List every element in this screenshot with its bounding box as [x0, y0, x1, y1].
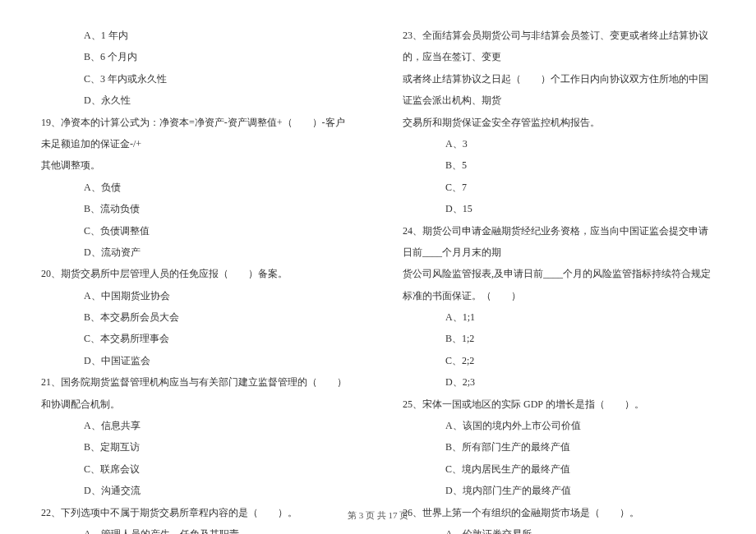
question-23-cont2: 交易所和期货保证金安全存管监控机构报告。 — [403, 112, 715, 133]
option-18c: C、3 年内或永久性 — [41, 68, 353, 90]
option-23a: A、3 — [403, 133, 715, 154]
option-20b: B、本交易所会员大会 — [41, 306, 353, 328]
option-25d: D、境内部门生产的最终产值 — [403, 480, 715, 501]
option-24d: D、2;3 — [403, 371, 715, 393]
page-content: A、1 年内 B、6 个月内 C、3 年内或永久性 D、永久性 19、净资本的计… — [41, 25, 715, 476]
option-24b: B、1;2 — [403, 328, 715, 349]
page-footer: 第 3 页 共 17 页 — [0, 509, 756, 522]
question-19: 19、净资本的计算公式为：净资本=净资产-资产调整值+（ ）-客户未足额追加的保… — [41, 112, 353, 155]
question-19-cont: 其他调整项。 — [41, 154, 353, 176]
option-21b: B、定期互访 — [41, 436, 353, 458]
option-18d: D、永久性 — [41, 90, 353, 111]
question-23: 23、全面结算会员期货公司与非结算会员签订、变更或者终止结算协议的，应当在签订、… — [403, 25, 715, 68]
option-26a: A、伦敦证券交易所 — [403, 523, 715, 534]
option-21d: D、沟通交流 — [41, 480, 353, 501]
option-21c: C、联席会议 — [41, 458, 353, 480]
option-18a: A、1 年内 — [41, 25, 353, 46]
option-19c: C、负债调整值 — [41, 220, 353, 242]
option-19d: D、流动资产 — [41, 242, 353, 263]
option-23c: C、7 — [403, 177, 715, 198]
option-19b: B、流动负债 — [41, 198, 353, 219]
option-25c: C、境内居民生产的最终产值 — [403, 458, 715, 480]
question-25: 25、宋体一国或地区的实际 GDP 的增长是指（ ）。 — [403, 394, 715, 415]
option-20a: A、中国期货业协会 — [41, 285, 353, 306]
option-25b: B、所有部门生产的最终产值 — [403, 436, 715, 458]
option-23d: D、15 — [403, 198, 715, 219]
left-column: A、1 年内 B、6 个月内 C、3 年内或永久性 D、永久性 19、净资本的计… — [41, 25, 353, 476]
option-25a: A、该国的境内外上市公司价值 — [403, 415, 715, 436]
option-18b: B、6 个月内 — [41, 46, 353, 67]
option-24c: C、2;2 — [403, 350, 715, 371]
question-24: 24、期货公司申请金融期货经纪业务资格，应当向中国证监会提交申请日前____个月… — [403, 220, 715, 264]
right-column: 23、全面结算会员期货公司与非结算会员签订、变更或者终止结算协议的，应当在签订、… — [403, 25, 715, 476]
question-24-cont: 货公司风险监管报表,及申请日前____个月的风险监管指标持续符合规定标准的书面保… — [403, 263, 715, 306]
option-19a: A、负债 — [41, 177, 353, 198]
question-21: 21、国务院期货监督管理机构应当与有关部门建立监督管理的（ ）和协调配合机制。 — [41, 371, 353, 415]
question-23-cont1: 或者终止结算协议之日起（ ）个工作日内向协议双方住所地的中国证监会派出机构、期货 — [403, 68, 715, 112]
option-20d: D、中国证监会 — [41, 350, 353, 371]
option-22a: A、管理人员的产生、任免及其职责 — [41, 523, 353, 534]
question-20: 20、期货交易所中层管理人员的任免应报（ ）备案。 — [41, 263, 353, 284]
option-20c: C、本交易所理事会 — [41, 328, 353, 349]
option-24a: A、1;1 — [403, 306, 715, 328]
option-21a: A、信息共享 — [41, 415, 353, 436]
option-23b: B、5 — [403, 154, 715, 176]
